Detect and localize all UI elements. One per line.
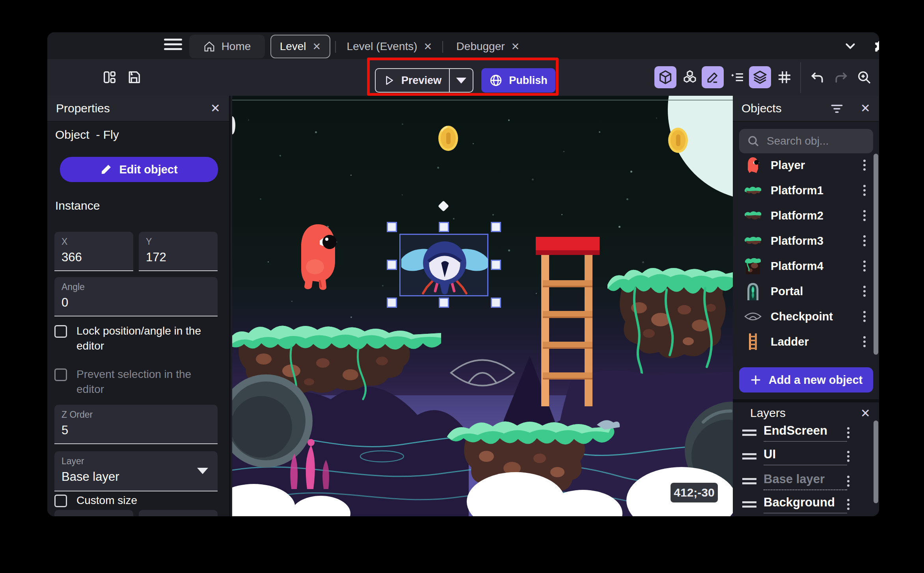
kebab-menu-icon[interactable]	[863, 189, 866, 192]
object-row-platform1[interactable]: Platform1	[733, 178, 879, 203]
selection-rectangle[interactable]	[399, 234, 488, 296]
drag-handle-icon[interactable]	[742, 453, 756, 460]
custom-size-checkbox-row[interactable]: Custom size	[54, 493, 220, 508]
grid-icon[interactable]	[773, 66, 795, 88]
preview-label: Preview	[401, 74, 442, 87]
close-panel-icon[interactable]: ✕	[211, 101, 220, 115]
layers-panel: Layers ✕ EndScreen UI Base layer Backgro…	[733, 402, 879, 516]
object-row-platform3[interactable]: Platform3	[733, 228, 879, 253]
kebab-menu-icon[interactable]	[863, 290, 866, 292]
z-order-value: 5	[61, 423, 218, 437]
kebab-menu-icon[interactable]	[863, 265, 866, 267]
kebab-menu-icon[interactable]	[863, 340, 866, 343]
search-input[interactable]	[766, 134, 864, 148]
menu-icon[interactable]	[164, 36, 182, 53]
width-field-partial[interactable]	[54, 510, 133, 516]
ladder	[536, 237, 600, 406]
selection-handle[interactable]	[387, 298, 397, 308]
selection-handle[interactable]	[439, 222, 449, 232]
right-column: Objects ✕ Player Platform1 Platform2	[733, 96, 879, 516]
close-tab-icon[interactable]: ✕	[511, 41, 520, 52]
close-tab-icon[interactable]: ✕	[424, 41, 432, 52]
x-field[interactable]: X 366	[54, 232, 133, 271]
checkbox-icon[interactable]	[54, 325, 67, 338]
tab-level-events[interactable]: Level (Events) ✕	[339, 35, 440, 58]
instances-list-icon[interactable]	[726, 66, 748, 88]
kebab-menu-icon[interactable]	[863, 315, 866, 318]
kebab-menu-icon[interactable]	[863, 240, 866, 242]
drag-handle-icon[interactable]	[742, 430, 756, 436]
object-row-platform4[interactable]: Platform4	[733, 253, 879, 279]
y-label: Y	[146, 236, 218, 247]
kebab-menu-icon[interactable]	[847, 480, 849, 482]
scene-canvas[interactable]: 412;-30	[232, 96, 733, 516]
tab-debugger[interactable]: Debugger ✕	[446, 35, 530, 58]
edit-object-button[interactable]: Edit object	[60, 157, 218, 182]
layer-row-base-layer[interactable]: Base layer	[733, 470, 879, 493]
objects-scrollbar[interactable]	[874, 154, 878, 355]
trash-icon[interactable]	[875, 66, 879, 88]
kebab-menu-icon[interactable]	[863, 164, 866, 166]
kebab-menu-icon[interactable]	[847, 455, 849, 458]
layer-row-ui[interactable]: UI	[733, 445, 879, 468]
object-row-platform2[interactable]: Platform2	[733, 203, 879, 228]
tab-level[interactable]: Level ✕	[270, 35, 330, 58]
tab-label: Home	[222, 40, 251, 53]
selection-handle[interactable]	[491, 298, 501, 308]
z-order-label: Z Order	[61, 409, 218, 420]
layers-scrollbar[interactable]	[874, 420, 878, 503]
add-object-button[interactable]: Add a new object	[739, 367, 873, 393]
prevent-selection-checkbox-row[interactable]: Prevent selection in the editor	[54, 367, 220, 397]
object-row-ladder[interactable]: Ladder	[733, 329, 879, 354]
selection-handle[interactable]	[387, 260, 397, 270]
search-icon	[747, 135, 760, 147]
selection-handle[interactable]	[439, 298, 449, 308]
player-character[interactable]	[298, 222, 339, 291]
3d-box-tool-icon[interactable]	[654, 66, 676, 88]
chevron-down-icon[interactable]	[843, 39, 858, 54]
caret-down-icon	[197, 468, 208, 474]
objects-cubes-icon[interactable]	[679, 66, 701, 88]
kebab-menu-icon[interactable]	[863, 214, 866, 217]
undo-icon[interactable]	[807, 66, 829, 88]
layout-panels-icon[interactable]	[99, 66, 121, 88]
drag-handle-icon[interactable]	[742, 478, 756, 484]
layer-select[interactable]: Layer Base layer	[54, 451, 218, 491]
z-order-field[interactable]: Z Order 5	[54, 405, 218, 444]
layer-row-endscreen[interactable]: EndScreen	[733, 421, 879, 444]
selection-handle[interactable]	[491, 222, 501, 232]
publish-button[interactable]: Publish	[481, 68, 555, 93]
angle-field[interactable]: Angle 0	[54, 277, 218, 316]
kebab-menu-icon[interactable]	[847, 432, 849, 434]
lock-position-checkbox-row[interactable]: Lock position/angle in the editor	[54, 324, 220, 353]
object-row-player[interactable]: Player	[733, 153, 879, 178]
checkbox-icon[interactable]	[54, 368, 67, 381]
y-field[interactable]: Y 172	[139, 232, 218, 271]
close-panel-icon[interactable]: ✕	[861, 101, 870, 115]
close-tab-icon[interactable]: ✕	[313, 41, 321, 52]
zoom-icon[interactable]	[853, 66, 875, 88]
filter-icon[interactable]	[830, 103, 844, 115]
object-row-portal[interactable]: Portal	[733, 279, 879, 304]
close-panel-icon[interactable]: ✕	[861, 406, 870, 420]
tab-home[interactable]: Home	[189, 35, 265, 58]
drag-handle-icon[interactable]	[742, 501, 756, 508]
object-row-checkpoint[interactable]: Checkpoint	[733, 304, 879, 329]
edit-pencil-tool-icon[interactable]	[702, 66, 724, 88]
object-heading: Object - Fly	[55, 128, 119, 141]
preview-button[interactable]: Preview	[376, 69, 450, 92]
kebab-menu-icon[interactable]	[847, 503, 849, 506]
screen: Home Level ✕ Level (Events) ✕ Debugger ✕	[0, 0, 924, 573]
preview-dropdown-button[interactable]	[450, 69, 473, 92]
selection-handle[interactable]	[491, 260, 501, 270]
checkbox-icon[interactable]	[54, 495, 67, 507]
tab-label: Debugger	[456, 40, 505, 53]
layers-tool-icon[interactable]	[749, 66, 771, 88]
extensions-puzzle-icon[interactable]	[870, 37, 879, 54]
object-search[interactable]	[739, 129, 873, 153]
save-icon[interactable]	[123, 66, 145, 88]
selection-handle[interactable]	[387, 222, 397, 232]
height-field-partial[interactable]	[139, 510, 218, 516]
layer-row-background[interactable]: Background	[733, 493, 879, 516]
redo-icon[interactable]	[830, 66, 852, 88]
